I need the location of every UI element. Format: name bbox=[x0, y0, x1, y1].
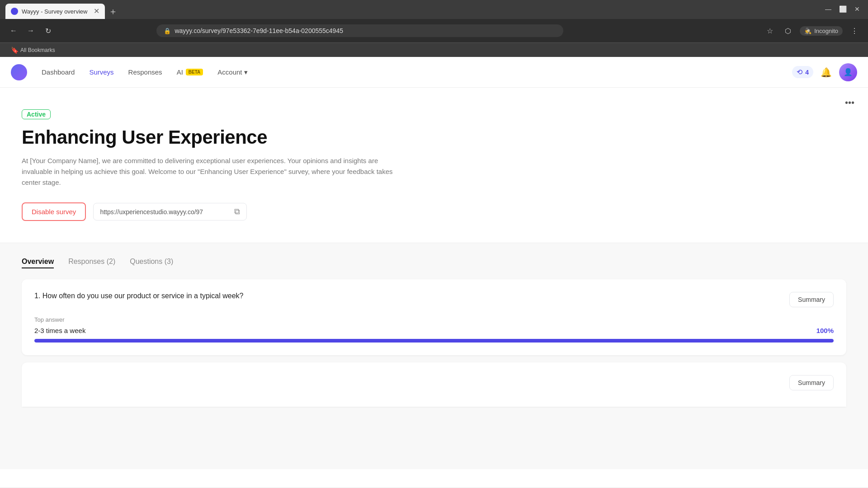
survey-title: Enhancing User Experience bbox=[22, 127, 846, 148]
browser-chrome: Wayyy - Survey overview ✕ ＋ — ⬜ ✕ ← → ↻ … bbox=[0, 0, 868, 57]
account-chevron: ▾ bbox=[244, 68, 248, 76]
bell-icon[interactable]: 🔔 bbox=[821, 67, 832, 78]
logo[interactable] bbox=[11, 64, 27, 80]
incognito-icon: 🕵 bbox=[804, 28, 811, 34]
answer-text: 2-3 times a week bbox=[34, 327, 85, 334]
question-text-1: 1. How often do you use our product or s… bbox=[34, 292, 789, 300]
minimize-button[interactable]: — bbox=[823, 4, 834, 14]
question-header-1: 1. How often do you use our product or s… bbox=[34, 292, 834, 307]
tabs: Overview Responses (2) Questions (3) bbox=[22, 258, 846, 268]
survey-url-text: https://uxperiencestudio.wayyy.co/97 bbox=[100, 208, 231, 216]
bookmark-icon: 🔖 bbox=[11, 47, 19, 54]
tab-questions[interactable]: Questions (3) bbox=[130, 258, 173, 268]
nav-dashboard[interactable]: Dashboard bbox=[42, 66, 75, 78]
forward-button[interactable]: → bbox=[24, 24, 37, 37]
window-controls: — ⬜ ✕ bbox=[823, 4, 863, 14]
progress-bar-container bbox=[34, 339, 834, 343]
notifications-badge[interactable]: ⟲ 4 bbox=[792, 66, 813, 78]
lock-icon: 🔒 bbox=[164, 28, 171, 34]
menu-icon[interactable]: ⋮ bbox=[848, 24, 861, 37]
survey-url-display: https://uxperiencestudio.wayyy.co/97 ⧉ bbox=[93, 203, 247, 221]
notifications-count: 4 bbox=[805, 69, 809, 76]
main-content: Overview Responses (2) Questions (3) 1. … bbox=[0, 243, 868, 469]
tab-close-button[interactable]: ✕ bbox=[94, 8, 99, 15]
summary-button-2[interactable]: Summary bbox=[789, 375, 834, 390]
tab-overview[interactable]: Overview bbox=[22, 258, 54, 268]
url-bar[interactable]: 🔒 wayyy.co/survey/97e53362-7e9d-11ee-b54… bbox=[156, 24, 563, 37]
close-window-button[interactable]: ✕ bbox=[852, 4, 863, 14]
nav-responses[interactable]: Responses bbox=[128, 66, 162, 78]
bookmarks-bar: 🔖 All Bookmarks bbox=[0, 42, 868, 57]
tab-favicon bbox=[11, 8, 18, 15]
tab-bar: Wayyy - Survey overview ✕ ＋ — ⬜ ✕ bbox=[0, 0, 868, 19]
navbar: Dashboard Surveys Responses AI BETA Acco… bbox=[0, 57, 868, 88]
answer-percentage: 100% bbox=[816, 327, 834, 334]
survey-description: At [Your Company Name], we are committed… bbox=[22, 155, 401, 188]
more-options-button[interactable]: ••• bbox=[842, 95, 857, 111]
copy-url-icon[interactable]: ⧉ bbox=[234, 207, 240, 216]
nav-links: Dashboard Surveys Responses AI BETA Acco… bbox=[42, 66, 248, 78]
bookmarks-item[interactable]: 🔖 All Bookmarks bbox=[7, 46, 59, 55]
back-button[interactable]: ← bbox=[7, 24, 20, 37]
toolbar-right: ☆ ⬡ 🕵 Incognito ⋮ bbox=[764, 24, 861, 37]
question-card-1: 1. How often do you use our product or s… bbox=[22, 279, 846, 355]
nav-surveys[interactable]: Surveys bbox=[89, 66, 113, 78]
tab-responses[interactable]: Responses (2) bbox=[68, 258, 115, 268]
question-card-2: Summary bbox=[22, 362, 846, 407]
bookmarks-label: All Bookmarks bbox=[20, 47, 55, 53]
extensions-icon[interactable]: ⬡ bbox=[782, 24, 794, 37]
summary-button-1[interactable]: Summary bbox=[789, 292, 834, 307]
question-header-2: Summary bbox=[34, 375, 834, 390]
nav-account[interactable]: Account ▾ bbox=[217, 66, 247, 78]
nav-ai[interactable]: AI BETA bbox=[177, 66, 203, 78]
avatar[interactable]: 👤 bbox=[839, 63, 857, 81]
star-icon[interactable]: ☆ bbox=[764, 24, 776, 37]
incognito-badge: 🕵 Incognito bbox=[800, 26, 843, 36]
maximize-button[interactable]: ⬜ bbox=[837, 4, 848, 14]
url-text: wayyy.co/survey/97e53362-7e9d-11ee-b54a-… bbox=[175, 27, 556, 34]
incognito-label: Incognito bbox=[814, 28, 838, 34]
new-tab-button[interactable]: ＋ bbox=[107, 5, 119, 18]
hero-section: ••• Active Enhancing User Experience At … bbox=[0, 88, 868, 243]
tab-title: Wayyy - Survey overview bbox=[22, 8, 87, 15]
question-number-1: 1. bbox=[34, 292, 42, 300]
beta-badge: BETA bbox=[186, 69, 203, 75]
top-answer-section: Top answer 2-3 times a week 100% bbox=[34, 316, 834, 343]
account-label: Account bbox=[217, 68, 242, 76]
answer-row: 2-3 times a week 100% bbox=[34, 327, 834, 334]
top-answer-label: Top answer bbox=[34, 316, 834, 323]
disable-survey-button[interactable]: Disable survey bbox=[22, 202, 86, 221]
ai-label: AI bbox=[177, 68, 183, 76]
refresh-button[interactable]: ↻ bbox=[42, 24, 54, 37]
app: Dashboard Surveys Responses AI BETA Acco… bbox=[0, 57, 868, 487]
active-tab[interactable]: Wayyy - Survey overview ✕ bbox=[5, 4, 105, 19]
status-badge: Active bbox=[22, 109, 51, 119]
hero-actions: Disable survey https://uxperiencestudio.… bbox=[22, 202, 846, 221]
avatar-placeholder: 👤 bbox=[844, 68, 853, 76]
address-bar: ← → ↻ 🔒 wayyy.co/survey/97e53362-7e9d-11… bbox=[0, 19, 868, 42]
progress-bar-fill bbox=[34, 339, 834, 343]
notifications-icon: ⟲ bbox=[797, 68, 802, 76]
nav-right: ⟲ 4 🔔 👤 bbox=[792, 63, 857, 81]
